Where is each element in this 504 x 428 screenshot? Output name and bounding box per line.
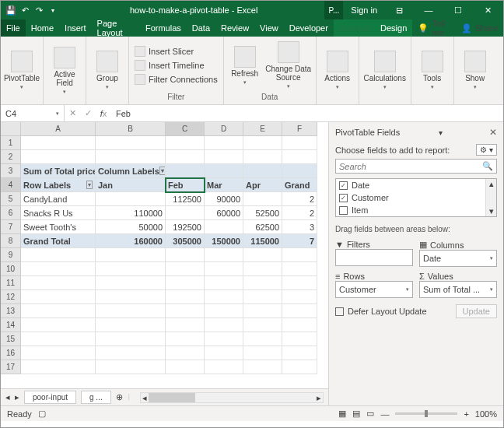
row-header[interactable]: 10: [1, 262, 21, 276]
spreadsheet-grid[interactable]: A B C D E F 1 2 3 Sum of Total price Col…: [1, 122, 328, 374]
checkbox-icon[interactable]: ✓: [339, 181, 348, 190]
col-header[interactable]: B: [96, 122, 166, 136]
field-search-input[interactable]: [339, 162, 482, 171]
sign-in-button[interactable]: Sign in: [345, 1, 383, 19]
pivot-row[interactable]: CandyLand: [21, 192, 96, 206]
next-sheet-icon[interactable]: ▸: [15, 392, 19, 402]
rows-area[interactable]: Customer▾: [335, 281, 413, 298]
undo-icon[interactable]: ↶: [19, 5, 30, 16]
active-field-button[interactable]: Active Field▾: [47, 38, 82, 103]
minimize-icon[interactable]: —: [415, 1, 443, 19]
checkbox-icon[interactable]: [339, 206, 348, 215]
columns-area[interactable]: Date▾: [419, 250, 497, 267]
pane-close-icon[interactable]: ✕: [489, 127, 497, 138]
calculations-button[interactable]: Calculations▾: [362, 38, 408, 103]
zoom-level[interactable]: 100%: [475, 409, 497, 419]
field-item-date[interactable]: ✓Date: [336, 179, 496, 191]
row-header[interactable]: 14: [1, 318, 21, 332]
tools-button[interactable]: Tools▾: [415, 38, 450, 103]
tab-page-layout[interactable]: Page Layout: [92, 19, 140, 37]
tab-review[interactable]: Review: [215, 19, 254, 37]
col-header[interactable]: D: [205, 122, 243, 136]
fx-icon[interactable]: fx: [96, 109, 111, 118]
field-search[interactable]: 🔍: [335, 159, 497, 174]
group-button[interactable]: Group▾: [89, 38, 125, 103]
grand-total-row[interactable]: Grand Total: [21, 234, 96, 248]
field-item-item[interactable]: Item: [336, 204, 496, 216]
row-header[interactable]: 4: [1, 178, 21, 192]
row-header[interactable]: 2: [1, 150, 21, 164]
chevron-down-icon[interactable]: ▾: [56, 111, 59, 117]
row-header[interactable]: 9: [1, 248, 21, 262]
checkbox-icon[interactable]: ✓: [339, 194, 348, 202]
insert-slicer-button[interactable]: Insert Slicer: [132, 45, 220, 58]
save-icon[interactable]: 💾: [5, 5, 16, 16]
tab-home[interactable]: Home: [26, 19, 59, 37]
sheet-tab[interactable]: poor-input: [24, 391, 76, 404]
defer-checkbox[interactable]: [335, 307, 344, 316]
pivot-column-labels[interactable]: Column Labels▾: [96, 164, 166, 178]
tell-me[interactable]: 💡Tell me: [412, 19, 455, 37]
col-header[interactable]: F: [282, 122, 317, 136]
name-box[interactable]: C4▾: [1, 105, 65, 121]
cancel-formula-icon[interactable]: ✕: [65, 108, 80, 118]
redo-icon[interactable]: ↷: [33, 5, 44, 16]
gear-icon[interactable]: ⚙ ▾: [476, 144, 497, 156]
field-item-customer[interactable]: ✓Customer: [336, 191, 496, 204]
tab-analyze[interactable]: Analyze: [334, 19, 375, 37]
dropdown-icon[interactable]: ▾: [86, 181, 93, 189]
ribbon-options-icon[interactable]: ⊟: [385, 1, 413, 19]
row-header[interactable]: 12: [1, 290, 21, 304]
field-list-scrollbar[interactable]: ▴▾: [485, 179, 496, 216]
view-pagebreak-icon[interactable]: ▭: [366, 409, 374, 419]
row-header[interactable]: 6: [1, 206, 21, 220]
pivot-values-label[interactable]: Sum of Total price: [21, 164, 96, 178]
row-header[interactable]: 11: [1, 276, 21, 290]
prev-sheet-icon[interactable]: ◂: [5, 392, 10, 402]
col-header[interactable]: E: [243, 122, 282, 136]
tab-design[interactable]: Design: [375, 19, 412, 37]
row-header[interactable]: 16: [1, 346, 21, 360]
row-header[interactable]: 3: [1, 164, 21, 178]
tab-formulas[interactable]: Formulas: [140, 19, 187, 37]
active-cell[interactable]: Feb: [166, 178, 205, 192]
pivot-row[interactable]: Snacks R Us: [21, 206, 96, 220]
tab-data[interactable]: Data: [187, 19, 215, 37]
field-list[interactable]: ✓Date ✓Customer Item ▴▾: [335, 178, 497, 217]
row-header[interactable]: 13: [1, 304, 21, 318]
macro-record-icon[interactable]: ▢: [38, 409, 46, 419]
new-sheet-icon[interactable]: ⊕: [116, 392, 123, 402]
maximize-icon[interactable]: ☐: [444, 1, 472, 19]
formula-bar[interactable]: Feb: [111, 109, 503, 118]
actions-button[interactable]: Actions▾: [320, 38, 355, 103]
row-header[interactable]: 1: [1, 136, 21, 150]
sheet-tab[interactable]: g ...: [81, 391, 111, 404]
share-button[interactable]: 👤Share: [456, 19, 503, 37]
pivot-row-labels[interactable]: Row Labels▾: [21, 178, 96, 192]
view-layout-icon[interactable]: ▤: [352, 409, 360, 419]
row-header[interactable]: 17: [1, 360, 21, 374]
show-button[interactable]: Show▾: [457, 38, 493, 103]
refresh-button[interactable]: Refresh▾: [227, 38, 263, 93]
zoom-out-icon[interactable]: —: [380, 409, 389, 419]
insert-timeline-button[interactable]: Insert Timeline: [132, 59, 220, 72]
tab-insert[interactable]: Insert: [59, 19, 92, 37]
pivottable-button[interactable]: PivotTable▾: [4, 38, 40, 103]
search-icon[interactable]: 🔍: [482, 161, 493, 171]
values-area[interactable]: Sum of Total ...▾: [419, 281, 497, 298]
select-all-corner[interactable]: [1, 122, 21, 136]
enter-formula-icon[interactable]: ✓: [80, 108, 96, 118]
tab-file[interactable]: File: [1, 19, 26, 37]
horizontal-scrollbar[interactable]: ◂▸: [140, 392, 324, 403]
row-header[interactable]: 7: [1, 220, 21, 234]
change-data-source-button[interactable]: Change Data Source▾: [264, 38, 313, 93]
tab-developer[interactable]: Developer: [284, 19, 334, 37]
tab-view[interactable]: View: [254, 19, 284, 37]
qat-customize-icon[interactable]: ▾: [47, 5, 58, 16]
row-header[interactable]: 8: [1, 234, 21, 248]
row-header[interactable]: 15: [1, 332, 21, 346]
view-normal-icon[interactable]: ▦: [338, 409, 346, 419]
close-icon[interactable]: ✕: [474, 1, 502, 19]
col-header[interactable]: A: [21, 122, 96, 136]
pivot-row[interactable]: Sweet Tooth's: [21, 220, 96, 234]
